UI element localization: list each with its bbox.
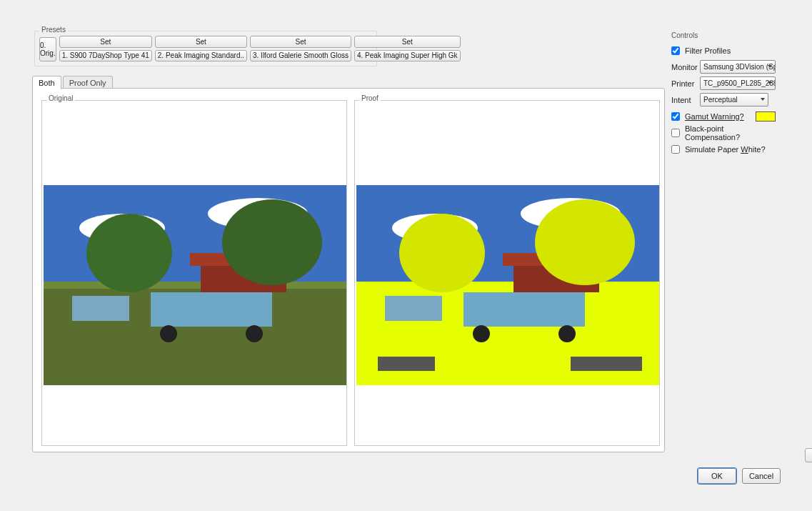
simulate-white-checkbox[interactable] xyxy=(671,145,680,154)
original-panel: Original xyxy=(41,100,347,446)
filter-profiles-label: Filter Profiles xyxy=(685,46,731,55)
original-image xyxy=(44,185,346,385)
svg-point-11 xyxy=(246,325,263,342)
original-label: Original xyxy=(46,94,75,102)
svg-point-24 xyxy=(558,325,576,342)
svg-rect-27 xyxy=(571,357,642,371)
controls-legend: Controls xyxy=(671,31,776,39)
soft-proof-dialog: Presets 0. Orig. Set 1. S900 7DayShop Ty… xyxy=(0,0,812,511)
gamut-warning-label: Gamut Warning? xyxy=(685,112,744,121)
simulate-white-pre: Simulate Paper xyxy=(685,145,741,154)
monitor-row: Monitor Samsung 3DVision (Spyder xyxy=(671,60,776,74)
preset-orig-label: 0. Orig. xyxy=(40,41,56,57)
simulate-white-label: Simulate Paper White? xyxy=(685,145,766,154)
preset-col-4: Set 4. Peak Imaging Super High Gk xyxy=(354,36,461,61)
svg-rect-17 xyxy=(356,282,659,289)
simulate-white-row: Simulate Paper White? xyxy=(671,142,776,156)
preset-col-1: Set 1. S900 7DayShop Type 41 xyxy=(59,36,152,61)
proof-image xyxy=(356,185,659,385)
dialog-footer: OK Cancel xyxy=(698,468,781,484)
monitor-select[interactable]: Samsung 3DVision (Spyder xyxy=(700,60,776,74)
save-and-stack-button[interactable]: Save and Stack xyxy=(805,448,812,462)
preset-col-2: Set 2. Peak Imaging Standard.. xyxy=(155,36,247,61)
intent-value: Perceptual xyxy=(703,96,738,104)
preset-set-button-1[interactable]: Set xyxy=(59,36,152,48)
tab-both[interactable]: Both xyxy=(32,76,61,89)
printer-select[interactable]: TC_p9500_PL285_2880_2 xyxy=(700,76,776,90)
view-pane: Original Proof xyxy=(32,88,665,452)
controls-panel: Controls Filter Profiles Monitor Samsung… xyxy=(671,31,776,156)
preset-button-2[interactable]: 2. Peak Imaging Standard.. xyxy=(155,50,247,62)
presets-group: Presets 0. Orig. Set 1. S900 7DayShop Ty… xyxy=(34,31,377,66)
bpc-row: Black-point Compensation? xyxy=(671,126,776,139)
intent-select[interactable]: Perceptual xyxy=(700,93,768,106)
proof-label: Proof xyxy=(359,94,381,102)
gamut-warning-color-swatch[interactable] xyxy=(756,111,776,121)
gamut-warning-checkbox[interactable] xyxy=(671,112,680,121)
simulate-white-u: W xyxy=(741,145,748,154)
preset-col-3: Set 3. Ilford Galerie Smooth Gloss xyxy=(250,36,351,61)
svg-rect-4 xyxy=(44,282,346,289)
cancel-button[interactable]: Cancel xyxy=(742,468,781,484)
svg-rect-22 xyxy=(463,292,585,327)
preset-button-1[interactable]: 1. S900 7DayShop Type 41 xyxy=(59,50,152,62)
preset-button-4[interactable]: 4. Peak Imaging Super High Gk xyxy=(354,50,461,62)
ok-button[interactable]: OK xyxy=(698,468,736,484)
svg-point-8 xyxy=(222,199,322,285)
preset-orig-button[interactable]: 0. Orig. xyxy=(39,37,56,61)
printer-value: TC_p9500_PL285_2880_2 xyxy=(703,79,776,87)
printer-label: Printer xyxy=(671,79,697,88)
filter-profiles-checkbox[interactable] xyxy=(671,46,680,55)
monitor-value: Samsung 3DVision (Spyder xyxy=(703,63,776,71)
preset-set-button-3[interactable]: Set xyxy=(250,36,351,48)
intent-label: Intent xyxy=(671,96,697,104)
svg-rect-26 xyxy=(378,357,435,371)
svg-point-10 xyxy=(160,325,177,342)
intent-row: Intent Perceptual xyxy=(671,93,776,106)
simulate-white-post: hite? xyxy=(748,145,766,154)
preset-set-button-4[interactable]: Set xyxy=(354,36,461,48)
svg-rect-9 xyxy=(151,292,272,327)
monitor-label: Monitor xyxy=(671,63,697,71)
preset-button-3[interactable]: 3. Ilford Galerie Smooth Gloss xyxy=(250,50,351,62)
bpc-checkbox[interactable] xyxy=(671,129,680,137)
svg-point-20 xyxy=(399,214,485,292)
svg-point-21 xyxy=(535,199,635,285)
proof-panel: Proof Save and Stack xyxy=(354,100,660,446)
presets-row: 0. Orig. Set 1. S900 7DayShop Type 41 Se… xyxy=(39,36,372,61)
printer-row: Printer TC_p9500_PL285_2880_2 xyxy=(671,76,776,90)
filter-profiles-row: Filter Profiles xyxy=(671,44,776,57)
preset-set-button-2[interactable]: Set xyxy=(155,36,247,48)
presets-legend: Presets xyxy=(39,26,68,34)
svg-point-23 xyxy=(473,325,490,342)
svg-rect-12 xyxy=(72,296,129,321)
svg-point-7 xyxy=(86,214,172,292)
gamut-warning-row: Gamut Warning? xyxy=(671,109,776,123)
bpc-label: Black-point Compensation? xyxy=(685,124,776,142)
tabs-row: Both Proof Only xyxy=(32,75,114,89)
svg-rect-25 xyxy=(385,296,442,321)
